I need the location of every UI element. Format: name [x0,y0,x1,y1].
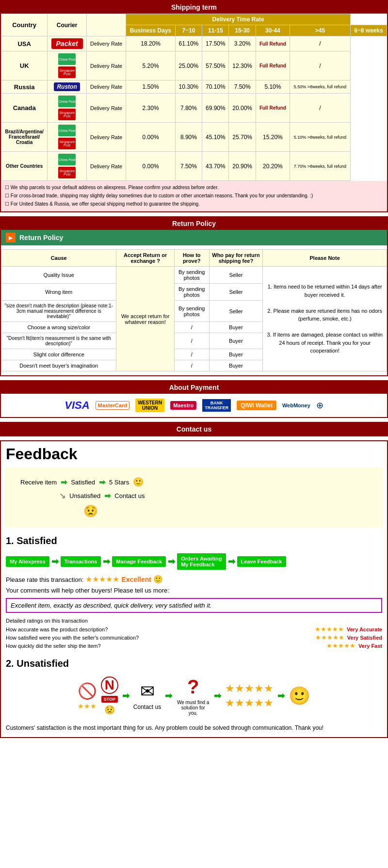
cause-color: Slight color difference [1,349,116,360]
no-circle-icon: 🚫 [78,682,97,700]
unsat-arrow-2: ➡ [165,691,172,701]
ca-68w: / [290,94,350,123]
table-row: Brazil/Argentina/France/Israel/Croatia C… [1,123,387,152]
step-orders-awaiting[interactable]: Orders AwaitingMy Feedback [177,553,226,570]
dr-other: Delivery Rate [86,152,126,181]
country-russia: Russia [1,80,48,94]
usa-15-30: 17.50% [202,36,229,51]
unsatisfied-header: 2. Unsatisfied [1,654,387,671]
note-2: ☐ For cross-broad trade, shipping may sl… [5,192,383,199]
col-45: >45 [290,25,350,36]
cause-size: "size doesn't match the description (ple… [1,301,116,322]
comments-text: Your comments will help other buyers! Pl… [1,586,387,595]
five-stars-label: 5 Stars [109,479,129,486]
cause-fit: "Doesn't fit(item's measurement is the s… [1,333,116,349]
excellent-label: Excellent [122,576,151,583]
unsatisfied-flow: 🚫 ★★★ N STOP 😟 ➡ ✉ Contact us ➡ ? We mus… [1,671,387,721]
contact-section: Contact us [0,422,388,436]
prove-size: By sending photos [174,301,209,322]
country-header: Country [1,14,48,36]
rate-label: Please rate this transaction: [6,576,83,583]
mastercard-logo: MasterCard [96,401,130,410]
step-flow: My Aliexpress ➡ Transactions ➡ Manage Fe… [1,550,387,573]
sg-post-icon: Singapore Post [58,66,76,78]
contact-us-label: Contact us [133,704,161,710]
step-transactions[interactable]: Transactions [61,556,101,567]
unsat-arrow-3: ➡ [214,691,221,701]
china-post-icon-3: China Post [58,125,76,136]
arrow-right-3: ➡ [104,491,111,500]
sg-post-icon-2: Singapore Post [58,109,76,120]
return-table: Cause Accept Return or exchange ? How to… [1,249,387,371]
ru-68w: 5.50% >8weeks, full refund [290,80,350,94]
feedback-title: Feedback [1,441,387,463]
cause-wrongsize: Choose a wrong size/color [1,322,116,333]
webmoney-icon: ⊕ [316,400,323,411]
ot-7-10: 0.00% [126,152,175,181]
rating-desc-2: Very Satisfied [347,635,382,641]
china-post-icon-2: China Post [58,96,76,107]
satisfied-header: 1. Satisfied [1,531,387,550]
table-row: Canada China Post Singapore Post Deliver… [1,94,387,123]
dr-usa: Delivery Rate [86,36,126,51]
step-leave-feedback[interactable]: Leave Feedback [237,556,286,567]
courier-russia: Ruston [48,80,87,94]
br-15-30: 45.10% [202,123,229,152]
unsat-arrow-1: ➡ [122,691,129,701]
col-11-15: 11-15 [202,25,229,36]
br-11-15: 8.90% [175,123,202,152]
happy-emoji: 🙂 [289,686,310,706]
prove-wrong: By sending photos [174,284,209,301]
ca-11-15: 7.80% [175,94,202,123]
rating-row-2: How satisfied were you with the seller's… [6,634,382,641]
visa-logo: VISA [65,399,89,412]
rating-stars: ★★★★★ [85,575,121,583]
arrow-down-1: ↘ [59,491,65,500]
ru-15-30: 70.10% [202,80,229,94]
rate-header [86,14,126,36]
step-myaliexpress[interactable]: My Aliexpress [6,556,49,567]
country-uk: UK [1,51,48,80]
bottom-text: Customers' satisfaction is the most impo… [1,721,387,737]
ru-7-10: 1.50% [126,80,175,94]
br-7-10: 0.00% [126,123,175,152]
delivery-time-header: Delivery Time Rate [126,14,351,25]
payment-logos: VISA MasterCard WESTERNUNION Maestro BAN… [1,394,387,417]
courier-brazil: China Post Singapore Post [48,123,87,152]
rating-desc-3: Very Fast [358,643,382,649]
prove-wrongsize: / [174,322,209,333]
maestro-logo: Maestro [170,401,196,410]
note-3: ☐ For United States & Russia, we offer s… [5,200,383,208]
solution-label: We must find a solution for you. [176,700,210,716]
rating-label-1: How accurate was the product description… [6,627,312,632]
shipping-section: Shipping term Country Courier Delivery T… [0,0,388,212]
return-section-header: Return Policy [1,217,387,230]
br-30-44: 25.70% [229,123,256,152]
prove-quality: By sending photos [174,267,209,284]
courier-header: Courier [48,14,87,36]
unsatisfied-label: Unsatisfied [69,492,100,499]
step-manage-feedback[interactable]: Manage Feedback [112,556,166,567]
flow-row-emoji: 😟 [83,504,98,518]
detailed-ratings: Detailed ratings on this transaction How… [1,616,387,654]
ru-30-44: 7.50% [229,80,256,94]
ca-45: Full Refund [256,94,290,123]
return-notes: 1. Items need to be returned within 14 d… [263,267,387,371]
who-size: Seller [209,301,263,322]
rating-row-1: How accurate was the product description… [6,626,382,633]
rating-stars-2: ★★★★★ [315,634,344,641]
col-68w: 6~8 weeks [351,25,387,36]
bank-transfer-logo: BANKTRANSFER [202,399,231,412]
dr-brazil: Delivery Rate [86,123,126,152]
return-icon: ▶ [6,233,16,242]
webmoney-logo: WebMoney [282,402,310,408]
flow-row-unsatisfied: ↘ Unsatisfied ➡ Contact us [59,491,145,500]
n-icon: N [101,676,118,694]
uk-11-15: 25.00% [175,51,202,80]
feedback-section: Feedback Receive item ➡ Satisfied ➡ 5 St… [0,440,388,738]
table-row: Quality Issue We accept return for whate… [1,267,387,284]
arrow-right-2: ➡ [99,478,105,487]
ca-30-44: 20.00% [229,94,256,123]
courier-other: China Post Singapore Post [48,152,87,181]
dr-canada: Delivery Rate [86,94,126,123]
